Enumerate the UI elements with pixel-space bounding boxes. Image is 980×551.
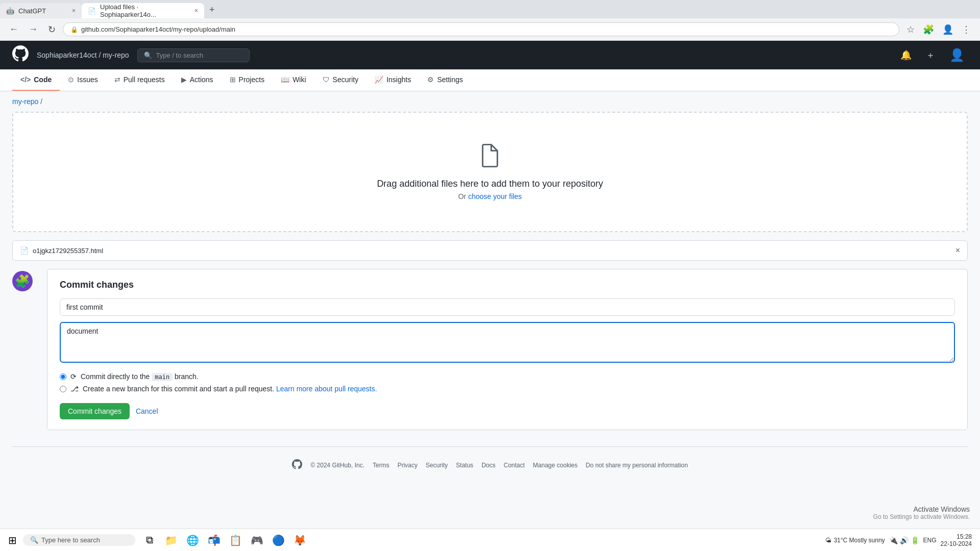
plus-icon[interactable]: ＋ <box>923 47 938 63</box>
mail-icon[interactable]: 📬 <box>204 530 224 550</box>
nav-item-issues[interactable]: ⊙ Issues <box>60 69 106 91</box>
drop-zone-subtext: Or choose your files <box>23 192 957 201</box>
nav-item-code[interactable]: </> Code <box>12 69 60 91</box>
branch-code: main <box>152 373 173 381</box>
tab-close-upload[interactable]: × <box>194 7 198 14</box>
footer-logo <box>292 459 302 471</box>
clipboard-icon[interactable]: 📋 <box>225 530 246 550</box>
address-text: github.com/Sophiaparker14oct/my-repo/upl… <box>81 26 235 33</box>
settings-dots-icon[interactable]: ⋮ <box>959 22 974 37</box>
date: 22-10-2024 <box>941 540 972 547</box>
task-view-icon[interactable]: ⧉ <box>139 530 160 550</box>
commit-changes-button[interactable]: Commit changes <box>60 403 130 419</box>
footer-docs[interactable]: Docs <box>481 462 495 469</box>
drop-zone[interactable]: Drag additional files here to add them t… <box>12 112 968 232</box>
footer-copyright: © 2024 GitHub, Inc. <box>310 462 364 469</box>
footer-status[interactable]: Status <box>456 462 473 469</box>
nav-item-insights[interactable]: 📈 Insights <box>366 69 419 91</box>
nav-item-wiki[interactable]: 📖 Wiki <box>273 69 314 91</box>
browser-tabs: 🤖 ChatGPT × 📄 Upload files · Sophiaparke… <box>0 0 980 18</box>
commit-section-title: Commit changes <box>60 280 955 290</box>
radio-direct-input[interactable] <box>60 373 66 380</box>
battery-icon: 🔋 <box>911 536 919 544</box>
taskbar-search[interactable]: 🔍 Type here to search <box>23 534 135 546</box>
github-search-placeholder: Type / to search <box>156 52 204 59</box>
tab-favicon-chatgpt: 🤖 <box>6 7 14 15</box>
commit-message-input[interactable] <box>60 298 955 316</box>
nav-label-code: Code <box>34 76 52 84</box>
footer-terms[interactable]: Terms <box>373 462 389 469</box>
github-header-right: 🔔 ＋ 👤 <box>897 46 968 64</box>
chrome-icon[interactable]: 🔵 <box>268 530 288 550</box>
footer-security[interactable]: Security <box>426 462 448 469</box>
weather-icon: 🌤 <box>825 537 831 544</box>
learn-more-link[interactable]: Learn more about pull requests. <box>276 385 377 393</box>
radio-new-branch[interactable]: ⎇ Create a new branch for this commit an… <box>60 385 955 393</box>
time: 15:28 <box>941 533 972 540</box>
activate-windows-title: Activate Windows <box>873 505 970 513</box>
settings-icon: ⚙ <box>427 76 434 84</box>
firefox-icon[interactable]: 🦊 <box>289 530 310 550</box>
extensions-icon[interactable]: 🧩 <box>920 22 937 37</box>
security-icon: 🛡 <box>323 76 330 84</box>
address-bar[interactable]: 🔒 github.com/Sophiaparker14oct/my-repo/u… <box>63 22 899 36</box>
start-button[interactable]: ⊞ <box>4 532 21 548</box>
taskbar: ⊞ 🔍 Type here to search ⧉ 📁 🌐 📬 📋 🎮 🔵 🦊 … <box>0 529 980 551</box>
file-item-close-button[interactable]: × <box>955 246 960 255</box>
nav-item-settings[interactable]: ⚙ Settings <box>419 69 471 91</box>
footer-manage-cookies[interactable]: Manage cookies <box>533 462 577 469</box>
nav-label-actions: Actions <box>190 76 213 84</box>
nav-item-projects[interactable]: ⊞ Projects <box>222 69 273 91</box>
tab-upload[interactable]: 📄 Upload files · Sophiaparker14o... × <box>82 3 204 18</box>
nav-item-pull-requests[interactable]: ⇄ Pull requests <box>106 69 173 91</box>
insights-icon: 📈 <box>375 76 383 84</box>
language-indicator: ENG <box>923 537 937 544</box>
new-tab-button[interactable]: + <box>204 2 220 18</box>
file-item-name: o1jgkz1729255357.html <box>33 247 951 255</box>
activate-windows-subtitle: Go to Settings to activate Windows. <box>873 513 970 520</box>
github-search-box[interactable]: 🔍 Type / to search <box>137 48 250 62</box>
user-avatar: 🧩 <box>12 271 33 291</box>
main-content: Drag additional files here to add them t… <box>0 112 980 495</box>
nav-item-security[interactable]: 🛡 Security <box>314 69 367 91</box>
commit-extended-description[interactable]: document <box>60 322 955 363</box>
breadcrumb: my-repo / <box>0 91 980 112</box>
browser-icon[interactable]: 🌐 <box>182 530 203 550</box>
projects-icon: ⊞ <box>230 76 236 84</box>
page-wrapper: Sophiaparker14oct / my-repo 🔍 Type / to … <box>0 41 980 551</box>
drag-text: Drag additional files here to add them t… <box>23 179 957 189</box>
breadcrumb-repo-link[interactable]: my-repo <box>12 97 38 106</box>
radio-direct-commit[interactable]: ⟳ Commit directly to the main branch. <box>60 372 955 381</box>
user-avatar-header[interactable]: 👤 <box>946 46 968 64</box>
tab-close-chatgpt[interactable]: × <box>72 7 76 14</box>
choose-files-link[interactable]: choose your files <box>468 192 522 201</box>
file-explorer-icon[interactable]: 📁 <box>161 530 181 550</box>
search-icon: 🔍 <box>144 52 152 59</box>
notifications-icon[interactable]: 🔔 <box>897 47 915 63</box>
github-user-path: Sophiaparker14oct / my-repo <box>37 51 129 59</box>
commit-buttons: Commit changes Cancel <box>60 403 955 419</box>
commit-section: Commit changes document ⟳ Commit directl… <box>47 269 968 430</box>
wiki-icon: 📖 <box>281 76 289 84</box>
back-button[interactable]: ← <box>6 22 21 37</box>
radio-direct-label: Commit directly to the main branch. <box>81 372 199 381</box>
footer-do-not-share[interactable]: Do not share my personal information <box>585 462 688 469</box>
bookmark-icon[interactable]: ☆ <box>903 22 918 37</box>
tab-favicon-upload: 📄 <box>88 7 96 15</box>
weather-text: 31°C Mostly sunny <box>834 537 885 544</box>
tab-chatgpt[interactable]: 🤖 ChatGPT × <box>0 3 82 18</box>
refresh-button[interactable]: ↻ <box>45 22 59 37</box>
forward-button[interactable]: → <box>26 22 41 37</box>
cancel-button[interactable]: Cancel <box>136 407 158 415</box>
footer-privacy[interactable]: Privacy <box>398 462 418 469</box>
footer-contact[interactable]: Contact <box>504 462 525 469</box>
drop-zone-icon <box>23 143 957 172</box>
game-icon[interactable]: 🎮 <box>247 530 267 550</box>
radio-group: ⟳ Commit directly to the main branch. ⎇ … <box>60 372 955 393</box>
github-footer: © 2024 GitHub, Inc. Terms Privacy Securi… <box>12 446 968 483</box>
file-item-icon: 📄 <box>20 246 29 255</box>
nav-item-actions[interactable]: ▶ Actions <box>173 69 222 91</box>
radio-new-branch-input[interactable] <box>60 386 66 392</box>
user-profile-icon[interactable]: 👤 <box>939 22 957 37</box>
nav-label-pull-requests: Pull requests <box>124 76 165 84</box>
